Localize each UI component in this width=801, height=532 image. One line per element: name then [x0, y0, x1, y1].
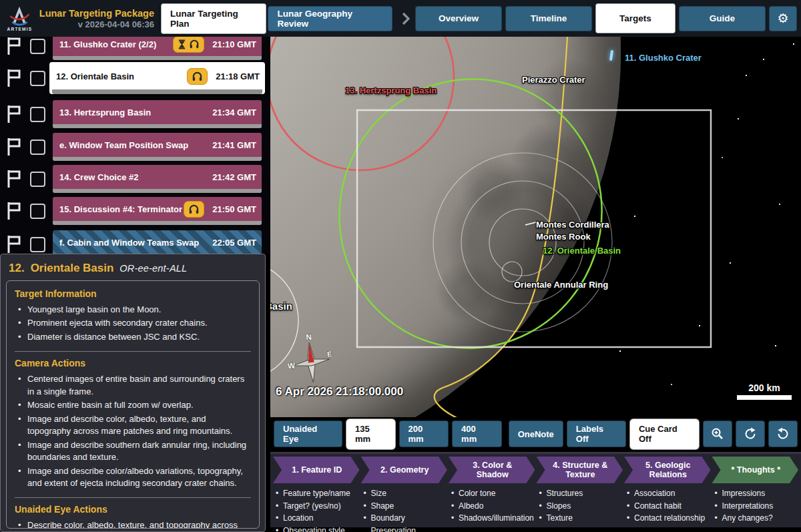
map-toolbar: Unaided Eye 135 mm 200 mm 400 mm OneNote…	[270, 417, 801, 451]
item-time: 21:34 GMT	[212, 107, 256, 117]
onenote-button[interactable]: OneNote	[509, 421, 563, 447]
item-bar[interactable]: f. Cabin and Window Teams Swap 22:05 GMT	[53, 230, 262, 254]
camera-fov-rectangle	[357, 110, 711, 347]
item-bar[interactable]: 14. Crew Choice #2 21:42 GMT	[53, 165, 262, 193]
doc-tabs-next-chevron[interactable]	[402, 12, 410, 25]
lens-unaided-eye-button[interactable]: Unaided Eye	[274, 421, 342, 447]
cue-bullet: Texture	[537, 512, 623, 525]
lens-400mm-button[interactable]: 400 mm	[452, 421, 502, 447]
tab-overview[interactable]: Overview	[415, 6, 502, 31]
flag-icon[interactable]	[4, 104, 24, 124]
section-heading: Target Information	[15, 288, 251, 299]
item-bar[interactable]: 15. Discussion #4: Terminator 21:50 GMT	[53, 197, 262, 225]
map-label-orientale: 12. Orientale Basin	[543, 246, 621, 256]
map-label-rook: Montes Rook	[536, 232, 591, 242]
checkbox[interactable]	[30, 107, 45, 122]
progress-strip	[53, 124, 262, 128]
tab-guide[interactable]: Guide	[679, 6, 766, 31]
bullet: Image and describe color/albedo variatio…	[15, 465, 251, 490]
cue-bullet: Association	[624, 487, 711, 500]
item-time: 21:50 GMT	[212, 204, 256, 214]
map-label-glushko: 11. Glushko Crater	[625, 53, 702, 63]
orientale-outer-ring	[433, 153, 612, 332]
item-label: 14. Crew Choice #2	[59, 172, 208, 182]
rotate-counterclockwise-button[interactable]	[768, 421, 798, 447]
cue-bullet: Impressions	[712, 487, 799, 500]
checkbox[interactable]	[30, 237, 45, 252]
flag-icon[interactable]	[4, 234, 24, 254]
bullet: Youngest large basin on the Moon.	[15, 304, 251, 316]
item-bar[interactable]: 12. Orientale Basin 21:18 GMT	[49, 62, 265, 94]
checkbox[interactable]	[30, 172, 45, 187]
checkbox[interactable]	[30, 204, 45, 219]
labels-off-button[interactable]: Labels Off	[567, 421, 626, 447]
magnifier-plus-icon	[711, 427, 724, 441]
checkbox[interactable]	[30, 39, 45, 54]
bullet: Diameter is distance between JSC and KSC…	[15, 331, 251, 343]
headphones-icon	[192, 71, 203, 81]
tab-lunar-targeting-plan[interactable]: Lunar Targeting Plan	[161, 3, 267, 34]
item-badge	[173, 37, 204, 53]
item-label: 13. Hertzsprung Basin	[59, 107, 208, 117]
checkbox[interactable]	[30, 71, 45, 86]
cue-header: 1. Feature ID	[273, 457, 360, 483]
flag-icon[interactable]	[4, 137, 24, 157]
settings-button[interactable]: ⚙	[769, 6, 797, 31]
lens-200mm-button[interactable]: 200 mm	[399, 421, 449, 447]
tab-lunar-geography-review[interactable]: Lunar Geography Review	[268, 6, 392, 31]
lens-135mm-button[interactable]: 135 mm	[346, 419, 396, 450]
label-leader-line	[525, 222, 536, 225]
cue-bullet: Slopes	[537, 500, 623, 513]
cue-header: 2. Geometry	[361, 457, 448, 483]
cue-column-feature-id: 1. Feature ID Feature type/name Target? …	[273, 457, 360, 532]
tab-timeline[interactable]: Timeline	[505, 6, 592, 31]
app-version: v 2026-04-04 06:36	[38, 19, 154, 29]
flag-icon[interactable]	[4, 37, 24, 56]
item-label: e. Window Team Position Swap	[59, 140, 208, 150]
map-label-annular-ring: Orientale Annular Ring	[514, 280, 608, 290]
progress-strip	[53, 221, 262, 225]
item-time: 21:18 GMT	[216, 71, 260, 81]
cue-column-thoughts: * Thoughts * Impressions Interpretations…	[712, 457, 799, 532]
item-bar[interactable]: 13. Hertzsprung Basin 21:34 GMT	[53, 100, 262, 128]
app-title: Lunar Targeting Package	[38, 7, 154, 19]
cue-header: 5. Geologic Relations	[624, 457, 711, 483]
map-scale: 200 km	[737, 382, 792, 400]
flag-icon[interactable]	[4, 201, 24, 221]
item-time: 21:41 GMT	[212, 140, 256, 150]
list-item-crew-choice[interactable]: 14. Crew Choice #2 21:42 GMT	[0, 165, 270, 193]
cue-bullet: Color tone	[449, 487, 535, 500]
tab-targets[interactable]: Targets	[595, 3, 676, 33]
list-item-window-swap[interactable]: e. Window Team Position Swap 21:41 GMT	[0, 133, 270, 161]
progress-strip	[53, 189, 262, 193]
title-block: Lunar Targeting Package v 2026-04-04 06:…	[38, 7, 154, 29]
list-item-glushko[interactable]: 11. Glushko Crater (2/2) 21:10 GMT	[0, 37, 270, 60]
item-bar[interactable]: 11. Glushko Crater (2/2) 21:10 GMT	[53, 37, 262, 60]
checkbox[interactable]	[30, 140, 45, 155]
compass-w-label: W	[287, 361, 296, 371]
list-item-hertzsprung[interactable]: 13. Hertzsprung Basin 21:34 GMT	[0, 100, 270, 128]
rotate-cw-icon	[744, 427, 757, 441]
rotate-clockwise-button[interactable]	[736, 421, 765, 447]
flag-icon[interactable]	[4, 68, 24, 88]
cue-bullet: Shape	[361, 500, 448, 513]
nav-tabs: Overview Timeline Targets Guide ⚙	[415, 3, 797, 33]
zoom-in-button[interactable]	[703, 421, 732, 447]
flag-icon[interactable]	[4, 169, 24, 189]
target-detail-panel: 12. Orientale Basin OR-ee-ent-ALL Target…	[0, 254, 266, 532]
section-target-information: Target Information Youngest large basin …	[15, 282, 251, 351]
compass-n-label: N	[306, 332, 312, 342]
list-item-orientale[interactable]: 12. Orientale Basin 21:18 GMT	[0, 64, 270, 92]
cue-card-off-button[interactable]: Cue Card Off	[629, 419, 700, 450]
map-label-pierazzo: Pierazzo Crater	[522, 75, 585, 85]
lunar-targeting-app: ARTEMIS Lunar Targeting Package v 2026-0…	[0, 0, 801, 532]
annular-ring-marker	[502, 262, 522, 282]
moon-map-view[interactable]: N E S W 11. Glushko Crater Pierazzo Crat…	[270, 37, 801, 417]
list-item-cabin-swap[interactable]: f. Cabin and Window Teams Swap 22:05 GMT	[0, 230, 270, 254]
cue-header: * Thoughts *	[712, 457, 799, 483]
progress-strip	[52, 89, 262, 94]
list-item-discussion-terminator[interactable]: 15. Discussion #4: Terminator 21:50 GMT	[0, 197, 270, 225]
item-label: f. Cabin and Window Teams Swap	[59, 238, 208, 248]
item-bar[interactable]: e. Window Team Position Swap 21:41 GMT	[53, 133, 262, 161]
bullet: Describe color, albedo, texture, and top…	[15, 519, 251, 529]
